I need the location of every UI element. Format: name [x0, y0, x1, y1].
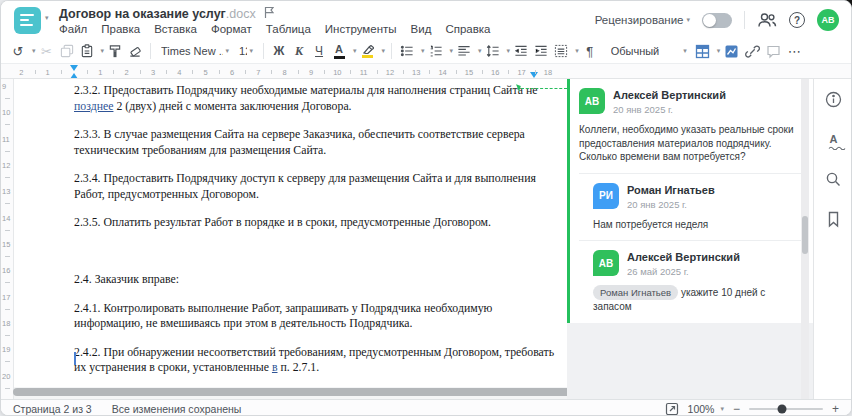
favorite-flag-icon[interactable]	[263, 6, 275, 19]
ruler-tick	[298, 70, 299, 74]
comment-date: 20 янв 2025 г.	[627, 199, 715, 210]
more-tools-button[interactable]: ⋯	[785, 41, 803, 61]
comment[interactable]: АВАлексей Вертинский20 янв 2025 г.Коллег…	[579, 88, 801, 164]
menu-item-5[interactable]: Таблица	[266, 23, 311, 35]
document-page[interactable]: 2.3.2. Предоставить Подрядчику необходим…	[14, 79, 567, 387]
first-line-indent-marker[interactable]	[70, 65, 78, 71]
zoom-value-select[interactable]: 100% ▾	[688, 403, 724, 415]
show-paragraph-marks-button[interactable]: ¶	[581, 41, 599, 61]
help-glyph: ?	[794, 15, 800, 26]
app-logo-button[interactable]	[14, 7, 41, 34]
bold-button[interactable]: Ж	[270, 41, 288, 61]
underline-button[interactable]: Ч	[310, 41, 328, 61]
document-paragraph[interactable]: 2.3.2. Предоставить Подрядчику необходим…	[74, 83, 549, 114]
cut-button[interactable]: ✂	[38, 41, 56, 61]
header-right-controls: Рецензирование ▾ ? АВ	[595, 9, 839, 31]
document-paragraph[interactable]: 2.4.1. Контролировать выполнение Работ, …	[74, 301, 549, 332]
comment-text: Коллеги, необходимо указать реальные сро…	[579, 123, 801, 164]
bookmark-icon[interactable]	[824, 209, 844, 229]
search-icon[interactable]	[824, 169, 844, 189]
insert-link-button[interactable]	[743, 41, 762, 61]
paragraph-shading-caret-icon[interactable]: ▾	[575, 47, 579, 55]
logo-dropdown-caret[interactable]: ▾	[45, 14, 49, 22]
help-icon[interactable]: ?	[789, 12, 805, 28]
user-avatar[interactable]: АВ	[817, 9, 839, 31]
menu-item-3[interactable]: Вставка	[154, 23, 197, 35]
undo-button[interactable]: ↺	[9, 41, 27, 61]
document-paragraph[interactable]: 2.3.3. В случае размещения Сайта на серв…	[74, 127, 549, 158]
mention-chip[interactable]: Роман Игнатьев	[593, 285, 678, 300]
menu-item-6[interactable]: Инструменты	[325, 23, 397, 35]
comment-reply[interactable]: РИРоман Игнатьев20 янв 2025 г.Нам потреб…	[579, 183, 801, 232]
paste-button[interactable]	[78, 41, 96, 61]
review-mode-control[interactable]: Рецензирование ▾	[595, 14, 690, 26]
fit-width-icon[interactable]	[665, 402, 679, 416]
increase-indent-button[interactable]	[532, 41, 550, 61]
ruler-tick	[271, 70, 272, 74]
decrease-indent-button[interactable]	[512, 41, 530, 61]
document-text-run: 2 (двух) дней с момента заключения Догов…	[113, 99, 351, 113]
italic-button[interactable]: К	[290, 41, 308, 61]
comment-thread-card[interactable]: АВАлексей Вертинский20 янв 2025 г.Коллег…	[567, 79, 813, 323]
zoom-slider[interactable]	[749, 408, 823, 410]
align-button[interactable]	[455, 41, 473, 61]
page-indicator[interactable]: Страница 2 из 3	[13, 403, 92, 415]
insert-image-button[interactable]	[722, 41, 741, 61]
format-painter-icon[interactable]	[106, 41, 124, 61]
comment-button[interactable]	[764, 41, 783, 61]
paste-caret-icon[interactable]: ▾	[101, 47, 105, 55]
font-name-select[interactable]: Times New ... ▾	[157, 41, 233, 61]
comment-thread: АВАлексей Вертинский20 янв 2025 г.Коллег…	[579, 88, 801, 313]
zoom-out-button[interactable]: −	[733, 402, 740, 416]
document-paragraph[interactable]: 2.3.5. Оплатить результат Работ в порядк…	[74, 215, 549, 231]
font-size-caret-icon: ▾	[250, 47, 254, 55]
comment-reply[interactable]: АВАлексей Вертинский26 май 2025 г.Роман …	[579, 250, 801, 313]
screenshot-stage: ▾ Договор на оказание услуг.docx ФайлПра…	[0, 0, 852, 416]
document-paragraph[interactable]: 2.3.4. Предоставить Подрядчику доступ к …	[74, 171, 549, 202]
paragraph-style-select[interactable]: Обычный ▾	[607, 41, 691, 61]
paragraph-shading-button[interactable]	[552, 41, 570, 61]
horizontal-ruler[interactable]: 21123456789101112131415161718	[1, 63, 851, 79]
insert-table-button[interactable]	[693, 41, 712, 61]
zoom-caret-icon: ▾	[720, 405, 724, 413]
menu-item-4[interactable]: Формат	[211, 23, 252, 35]
copy-button[interactable]	[58, 41, 76, 61]
document-paragraph[interactable]: 2.4. Заказчик вправе:	[74, 272, 549, 288]
ruler-number: 5	[204, 68, 208, 77]
document-info-icon[interactable]	[824, 89, 844, 109]
eraser-icon[interactable]	[126, 41, 144, 61]
ruler-tick	[166, 70, 167, 74]
spellcheck-icon[interactable]: А	[824, 129, 844, 149]
document-paragraph[interactable]	[74, 244, 549, 260]
menu-item-2[interactable]: Правка	[101, 23, 140, 35]
menu-item-7[interactable]: Вид	[411, 23, 432, 35]
font-color-caret-icon[interactable]: ▾	[353, 47, 357, 55]
menu-item-1[interactable]: Файл	[59, 23, 87, 35]
line-spacing-button[interactable]	[484, 41, 502, 61]
menu-item-8[interactable]: Справка	[445, 23, 490, 35]
zoom-in-button[interactable]: +	[832, 402, 839, 416]
highlight-color-button[interactable]	[359, 41, 377, 61]
comment-header: АВАлексей Вертинский26 май 2025 г.	[593, 250, 801, 277]
font-size-select[interactable]: 12 ▾	[235, 41, 257, 61]
ruler-tick	[192, 70, 193, 74]
review-toggle[interactable]	[702, 13, 732, 28]
bullet-list-caret-icon[interactable]: ▾	[421, 47, 425, 55]
align-caret-icon[interactable]: ▾	[478, 47, 482, 55]
comments-scrollbar-thumb[interactable]	[802, 216, 808, 254]
vertical-ruler[interactable]: 91011121314151617181920	[1, 79, 14, 399]
bullet-list-button[interactable]	[398, 41, 416, 61]
line-spacing-caret-icon[interactable]: ▾	[507, 47, 511, 55]
paragraph-style-value: Обычный	[611, 45, 660, 57]
collaboration-users-icon[interactable]	[757, 12, 777, 28]
document-paragraph[interactable]: 2.4.2. При обнаружении несоответствий тр…	[74, 345, 549, 376]
zoom-slider-handle[interactable]	[777, 404, 786, 413]
numbered-list-button[interactable]	[427, 41, 445, 61]
highlight-caret-icon[interactable]: ▾	[382, 47, 386, 55]
ruler-tick	[482, 70, 483, 74]
undo-caret-icon[interactable]: ▾	[32, 47, 36, 55]
font-size-value: 12	[239, 45, 246, 57]
font-color-button[interactable]: А	[330, 41, 348, 61]
insert-table-caret-icon[interactable]: ▾	[717, 47, 721, 55]
numbered-list-caret-icon[interactable]: ▾	[450, 47, 454, 55]
